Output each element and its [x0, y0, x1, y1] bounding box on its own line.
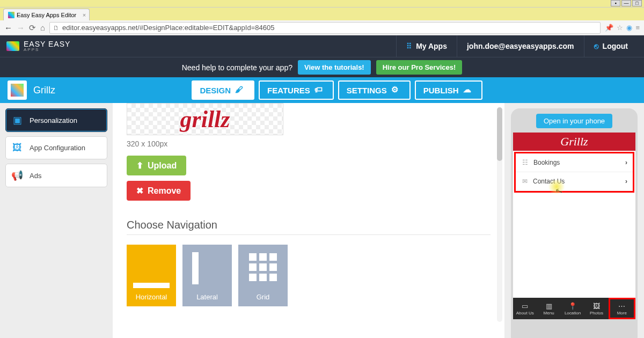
- phone-menu-list: ☷ Bookings › ✉ Contact Us › ↖: [514, 152, 634, 193]
- window-titlebar: ▪ — □: [0, 0, 644, 8]
- pin-icon[interactable]: 📌: [605, 24, 613, 32]
- view-tutorials-button[interactable]: View the tutorials!: [298, 60, 371, 75]
- tab-features[interactable]: FEATURES 🏷: [259, 80, 334, 100]
- phone-preview-column: Open in your phone Grillz ☷ Bookings › ✉…: [504, 103, 644, 338]
- photo-icon: 🖼: [593, 302, 600, 310]
- logo-preview: grillz: [127, 103, 283, 135]
- logo-icon: [6, 41, 19, 51]
- maximize-button[interactable]: □: [632, 0, 642, 6]
- tag-icon: 🏷: [314, 85, 325, 95]
- my-apps-link[interactable]: ⠿ My Apps: [396, 35, 457, 57]
- open-sign-icon: ▭: [522, 302, 528, 310]
- bookmark-icon[interactable]: ☆: [617, 24, 623, 32]
- minimize-button[interactable]: —: [621, 0, 631, 6]
- upload-button[interactable]: ⬆ Upload: [127, 156, 186, 175]
- hire-pro-button[interactable]: Hire our Pro Services!: [376, 60, 463, 75]
- user-email[interactable]: john.doe@easyeasyapps.com: [457, 35, 584, 57]
- sidebar-item-app-config[interactable]: 🖼 App Configuration: [5, 136, 107, 159]
- phone-frame: Open in your phone Grillz ☷ Bookings › ✉…: [511, 108, 638, 338]
- phone-app-header: Grillz: [513, 133, 635, 151]
- tab-publish[interactable]: PUBLISH ☁: [415, 80, 482, 100]
- tabbar-more[interactable]: ⋯More: [609, 298, 635, 319]
- brush-icon: 🖌: [235, 85, 246, 95]
- more-icon: ⋯: [618, 302, 625, 310]
- gear-icon: ⚙: [391, 85, 402, 95]
- layout-icon: ▣: [11, 114, 23, 126]
- megaphone-icon: 📢: [11, 170, 23, 181]
- nav-option-lateral[interactable]: Lateral: [182, 245, 232, 306]
- remove-button[interactable]: ✖ Remove: [127, 181, 191, 201]
- logout-icon: ⎋: [594, 42, 598, 50]
- divider: [127, 234, 491, 235]
- phone-row-contact[interactable]: ✉ Contact Us › ↖: [516, 172, 633, 191]
- menu-icon[interactable]: ≡: [635, 24, 640, 32]
- home-icon[interactable]: ⌂: [40, 23, 45, 32]
- sidebar-item-personalization[interactable]: ▣ Personalization: [5, 108, 107, 132]
- calendar-icon: ☷: [522, 159, 528, 166]
- address-bar: ← → ⟳ ⌂ 🗋 editor.easyeasyapps.net/#Desig…: [0, 20, 644, 35]
- phone-tabbar: ▭About Us ▥Menu 📍Location 🖼Photos ⋯More: [513, 298, 635, 319]
- sidebar: ▣ Personalization 🖼 App Configuration 📢 …: [0, 103, 113, 338]
- chevron-right-icon: ›: [625, 159, 627, 166]
- phone-screen: Grillz ☷ Bookings › ✉ Contact Us › ↖: [513, 133, 635, 319]
- choose-navigation-title: Choose Navigation: [127, 219, 491, 231]
- book-icon: ▥: [546, 302, 552, 310]
- image-icon: 🖼: [11, 142, 23, 153]
- remove-icon: ✖: [136, 186, 143, 196]
- tabbar-photos[interactable]: 🖼Photos: [584, 298, 608, 319]
- url-input[interactable]: 🗋 editor.easyeasyapps.net/#DesignPlace:e…: [49, 22, 601, 34]
- grid-icon: ⠿: [406, 42, 412, 50]
- app-header: EASY EASY APPS ⠿ My Apps john.doe@easyea…: [0, 35, 644, 57]
- help-banner: Need help to complete your app? View the…: [0, 57, 644, 77]
- dimensions-label: 320 x 100px: [127, 139, 491, 148]
- scrollbar-thumb[interactable]: [497, 107, 502, 161]
- help-text: Need help to complete your app?: [182, 63, 292, 72]
- favicon-icon: [8, 12, 14, 18]
- chevron-right-icon: ›: [625, 178, 627, 185]
- logout-link[interactable]: ⎋ Logout: [584, 35, 638, 57]
- sidebar-item-ads[interactable]: 📢 Ads: [5, 164, 107, 187]
- app-name: Grillz: [33, 85, 55, 96]
- tabbar-location[interactable]: 📍Location: [561, 298, 584, 319]
- user-button[interactable]: ▪: [611, 0, 620, 6]
- page-icon: 🗋: [53, 25, 59, 31]
- tab-settings[interactable]: SETTINGS ⚙: [338, 80, 411, 100]
- phone-row-bookings[interactable]: ☷ Bookings ›: [516, 153, 633, 172]
- extension-icon[interactable]: ◉: [626, 24, 632, 32]
- nav-option-grid[interactable]: Grid: [238, 245, 288, 306]
- main-menu-bar: Grillz DESIGN 🖌 FEATURES 🏷 SETTINGS ⚙ PU…: [0, 77, 644, 103]
- logo[interactable]: EASY EASY APPS: [6, 40, 70, 52]
- back-icon[interactable]: ←: [4, 23, 12, 32]
- tabbar-menu[interactable]: ▥Menu: [537, 298, 560, 319]
- tab-design[interactable]: DESIGN 🖌: [192, 80, 255, 100]
- cloud-upload-icon: ☁: [463, 85, 474, 95]
- upload-icon: ⬆: [136, 160, 143, 171]
- reload-icon[interactable]: ⟳: [29, 23, 36, 33]
- open-in-phone-button[interactable]: Open in your phone: [536, 114, 612, 128]
- main-panel: grillz 320 x 100px ⬆ Upload ✖ Remove Cho…: [113, 103, 504, 338]
- close-tab-icon[interactable]: ×: [83, 12, 86, 18]
- browser-tab[interactable]: Easy Easy Apps Editor ×: [3, 9, 90, 20]
- mail-icon: ✉: [522, 178, 528, 185]
- tab-strip: Easy Easy Apps Editor ×: [0, 8, 644, 20]
- app-icon[interactable]: [8, 80, 27, 100]
- pin-icon: 📍: [568, 302, 577, 310]
- tab-title: Easy Easy Apps Editor: [17, 12, 76, 18]
- forward-icon[interactable]: →: [17, 23, 25, 32]
- nav-option-horizontal[interactable]: Horizontal: [127, 245, 176, 306]
- tabbar-about[interactable]: ▭About Us: [513, 298, 537, 319]
